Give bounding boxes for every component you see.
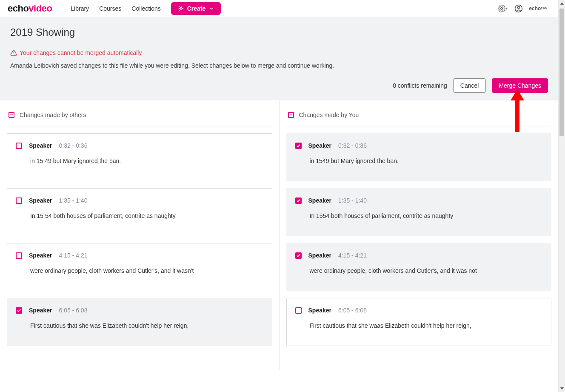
time-range: 6:05 - 6:08 bbox=[59, 307, 87, 314]
nav-library[interactable]: Library bbox=[71, 5, 89, 12]
change-card[interactable]: Speaker4:15 - 4:21were ordinary people, … bbox=[7, 243, 272, 291]
time-range: 6:05 - 6:08 bbox=[338, 307, 367, 314]
indeterminate-checkbox-icon[interactable] bbox=[9, 112, 14, 118]
change-card[interactable]: Speaker0:32 - 0:36in 15 49 but Mary igno… bbox=[7, 133, 272, 181]
change-checkbox[interactable] bbox=[295, 197, 302, 204]
merge-changes-button[interactable]: Merge Changes bbox=[492, 78, 548, 93]
merge-help-text: Amanda Leibovich saved changes to this f… bbox=[10, 62, 548, 69]
time-range: 0:32 - 0:36 bbox=[59, 142, 87, 149]
change-text: First cautious that she was Elizabeth co… bbox=[16, 321, 263, 330]
change-checkbox[interactable] bbox=[295, 307, 302, 314]
nav-courses[interactable]: Courses bbox=[99, 5, 121, 12]
brand-part1: echo bbox=[8, 3, 29, 14]
speaker-label: Speaker bbox=[308, 252, 331, 259]
change-card[interactable]: Speaker6:05 - 6:08First cautious that sh… bbox=[286, 298, 552, 346]
warning-icon bbox=[10, 49, 17, 56]
svg-point-3 bbox=[518, 6, 520, 9]
brand-logo[interactable]: echovideo bbox=[8, 3, 52, 14]
speaker-label: Speaker bbox=[29, 252, 52, 259]
create-button[interactable]: Create bbox=[171, 2, 221, 15]
speaker-label: Speaker bbox=[29, 197, 52, 204]
change-checkbox[interactable] bbox=[16, 252, 22, 259]
time-range: 0:32 - 0:36 bbox=[338, 142, 367, 149]
change-card-header: Speaker0:32 - 0:36 bbox=[295, 142, 543, 149]
settings-icon[interactable] bbox=[498, 5, 508, 12]
column-others-title: Changes made by others bbox=[20, 112, 86, 118]
change-checkbox[interactable] bbox=[295, 143, 302, 149]
scroll-up-icon[interactable] bbox=[559, 0, 565, 7]
change-text: in 1549 but Mary ignored the ban. bbox=[295, 157, 543, 166]
scroll-down-icon[interactable] bbox=[559, 385, 565, 392]
column-others-header: Changes made by others bbox=[7, 112, 272, 126]
change-text: were ordinary people, cloth workers and … bbox=[16, 266, 263, 275]
page-title: 2019 Showing bbox=[10, 26, 548, 38]
top-nav: echovideo Library Courses Collections Cr… bbox=[0, 0, 558, 17]
topbar-icons: echo 360 bbox=[498, 4, 547, 13]
change-text: were ordinary people, cloth workers and … bbox=[295, 266, 543, 275]
change-card[interactable]: Speaker0:32 - 0:36in 1549 but Mary ignor… bbox=[286, 133, 552, 181]
vertical-scrollbar[interactable] bbox=[558, 0, 565, 392]
conflicts-remaining: 0 conflicts remaining bbox=[393, 82, 447, 89]
speaker-label: Speaker bbox=[308, 142, 331, 149]
indeterminate-checkbox-icon[interactable] bbox=[288, 112, 294, 118]
actions-row: 0 conflicts remaining Cancel Merge Chang… bbox=[10, 78, 548, 93]
change-card-header: Speaker1:35 - 1:40 bbox=[295, 197, 543, 204]
cancel-button[interactable]: Cancel bbox=[453, 78, 486, 93]
merge-alert: Your changes cannot be merged automatica… bbox=[10, 49, 548, 56]
speaker-label: Speaker bbox=[29, 307, 52, 314]
svg-marker-9 bbox=[560, 387, 564, 390]
change-text: in 15 49 but Mary ignored the ban. bbox=[16, 157, 263, 166]
change-card-header: Speaker0:32 - 0:36 bbox=[16, 142, 263, 149]
change-card[interactable]: Speaker6:05 - 6:08First cautious that sh… bbox=[7, 298, 272, 346]
change-card-header: Speaker6:05 - 6:08 bbox=[16, 307, 263, 314]
chevron-down-icon bbox=[209, 6, 214, 11]
column-others: Changes made by others Speaker0:32 - 0:3… bbox=[0, 100, 280, 370]
merge-alert-text: Your changes cannot be merged automatica… bbox=[20, 49, 142, 56]
page-header: 2019 Showing Your changes cannot be merg… bbox=[0, 17, 558, 100]
account-icon[interactable] bbox=[514, 4, 523, 13]
svg-marker-1 bbox=[506, 8, 508, 9]
time-range: 4:15 - 4:21 bbox=[59, 252, 87, 259]
change-text: First cautious that she waas Elizabeth c… bbox=[295, 321, 543, 330]
speaker-label: Speaker bbox=[308, 307, 331, 314]
time-range: 1:35 - 1:40 bbox=[338, 197, 367, 204]
nav-links: Library Courses Collections bbox=[71, 5, 160, 12]
change-text: In 1554 both houses of parliament, contr… bbox=[295, 212, 543, 220]
change-card-header: Speaker4:15 - 4:21 bbox=[295, 252, 543, 259]
change-card[interactable]: Speaker1:35 - 1:40In 1554 both houses of… bbox=[286, 188, 552, 236]
nav-collections[interactable]: Collections bbox=[131, 5, 160, 12]
change-card-header: Speaker6:05 - 6:08 bbox=[295, 307, 543, 314]
svg-marker-8 bbox=[560, 2, 564, 5]
change-checkbox[interactable] bbox=[16, 307, 22, 314]
changes-columns: Changes made by others Speaker0:32 - 0:3… bbox=[0, 100, 558, 370]
change-card[interactable]: Speaker1:35 - 1:40In 15 54 both houses o… bbox=[7, 188, 272, 236]
change-checkbox[interactable] bbox=[16, 197, 22, 204]
change-checkbox[interactable] bbox=[295, 252, 302, 259]
speaker-label: Speaker bbox=[29, 142, 52, 149]
column-you-title: Changes made by You bbox=[299, 112, 359, 118]
column-you-header: Changes made by You bbox=[286, 112, 552, 126]
change-card-header: Speaker1:35 - 1:40 bbox=[16, 197, 263, 204]
change-text: In 15 54 both houses of parliament, cont… bbox=[16, 212, 263, 220]
change-card-header: Speaker4:15 - 4:21 bbox=[16, 252, 263, 259]
change-card[interactable]: Speaker4:15 - 4:21were ordinary people, … bbox=[286, 243, 552, 291]
svg-point-0 bbox=[501, 8, 503, 10]
speaker-label: Speaker bbox=[308, 197, 331, 204]
brand-part2: video bbox=[29, 3, 52, 14]
change-checkbox[interactable] bbox=[16, 143, 22, 149]
create-button-label: Create bbox=[187, 5, 206, 12]
scrollbar-thumb[interactable] bbox=[559, 9, 564, 136]
echo360-logo[interactable]: echo 360 bbox=[529, 7, 547, 10]
time-range: 4:15 - 4:21 bbox=[338, 252, 367, 259]
time-range: 1:35 - 1:40 bbox=[59, 197, 87, 204]
sparkle-icon bbox=[178, 6, 184, 11]
column-you: Changes made by You Speaker0:32 - 0:36in… bbox=[280, 100, 559, 370]
